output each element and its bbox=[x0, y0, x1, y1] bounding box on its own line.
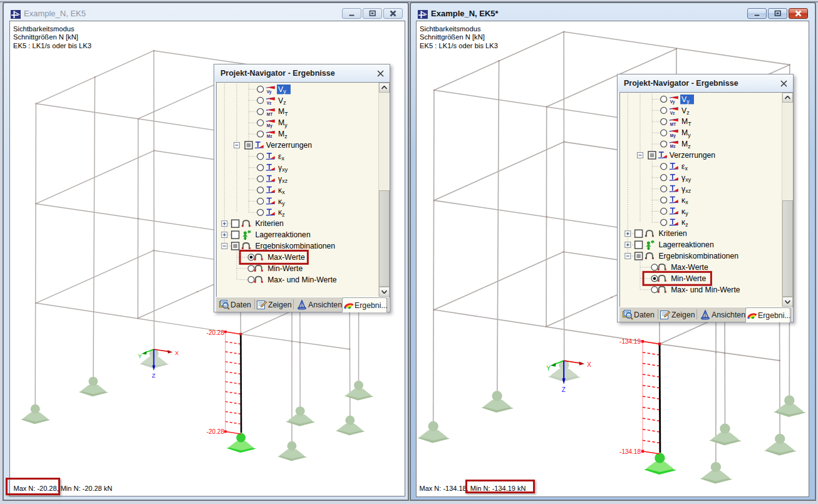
svg-text:-20.28: -20.28 bbox=[206, 329, 224, 336]
svg-text:Kriterien: Kriterien bbox=[255, 219, 284, 228]
svg-text:MT: MT bbox=[681, 117, 691, 126]
svg-text:Verzerrungen: Verzerrungen bbox=[669, 151, 715, 160]
svg-text:κy: κy bbox=[278, 197, 285, 207]
svg-text:-20.28: -20.28 bbox=[206, 428, 224, 435]
svg-text:Lagerreaktionen: Lagerreaktionen bbox=[658, 240, 713, 249]
svg-text:My: My bbox=[278, 118, 287, 128]
svg-text:Mz: Mz bbox=[278, 130, 287, 139]
svg-text:Max-Werte: Max-Werte bbox=[267, 253, 305, 262]
svg-text:Mz: Mz bbox=[266, 134, 272, 138]
svg-text:Min-Werte: Min-Werte bbox=[671, 274, 706, 283]
svg-text:My: My bbox=[670, 133, 675, 138]
svg-text:κz: κz bbox=[681, 218, 688, 227]
svg-text:Max- und Min-Werte: Max- und Min-Werte bbox=[267, 275, 337, 284]
svg-text:κy: κy bbox=[681, 207, 688, 217]
svg-text:εx: εx bbox=[278, 152, 284, 162]
svg-text:γxy: γxy bbox=[681, 173, 691, 183]
svg-text:Min-Werte: Min-Werte bbox=[267, 264, 303, 273]
svg-text:Vy: Vy bbox=[670, 100, 675, 105]
svg-text:Mz: Mz bbox=[681, 140, 691, 149]
svg-text:Vz: Vz bbox=[278, 96, 286, 106]
svg-text:MT: MT bbox=[266, 112, 272, 116]
svg-text:Vz: Vz bbox=[681, 106, 690, 116]
svg-text:κx: κx bbox=[278, 186, 285, 195]
svg-text:εx: εx bbox=[681, 162, 688, 172]
svg-text:MT: MT bbox=[670, 122, 675, 126]
svg-text:γxz: γxz bbox=[681, 185, 691, 194]
svg-text:Vz: Vz bbox=[670, 111, 675, 115]
svg-text:My: My bbox=[266, 123, 272, 128]
svg-text:Kriterien: Kriterien bbox=[658, 229, 687, 238]
svg-text:Ergebniskombinationen: Ergebniskombinationen bbox=[658, 252, 738, 260]
svg-text:-134.18: -134.18 bbox=[619, 448, 641, 455]
svg-text:Ergebniskombinationen: Ergebniskombinationen bbox=[255, 242, 335, 250]
svg-text:Lagerreaktionen: Lagerreaktionen bbox=[255, 230, 310, 239]
svg-text:Verzerrungen: Verzerrungen bbox=[266, 141, 311, 150]
svg-text:MT: MT bbox=[278, 107, 288, 116]
svg-text:γxy: γxy bbox=[278, 163, 288, 173]
svg-text:Vy: Vy bbox=[266, 90, 271, 95]
svg-text:Max-Werte: Max-Werte bbox=[671, 263, 708, 272]
svg-text:My: My bbox=[681, 128, 691, 138]
svg-text:γxz: γxz bbox=[278, 175, 288, 184]
svg-text:κz: κz bbox=[278, 208, 285, 217]
svg-text:Max- und Min-Werte: Max- und Min-Werte bbox=[671, 285, 740, 294]
svg-text:Vz: Vz bbox=[266, 101, 271, 105]
svg-text:-134.19: -134.19 bbox=[619, 338, 641, 345]
svg-text:κx: κx bbox=[681, 196, 688, 205]
svg-text:Mz: Mz bbox=[670, 144, 675, 148]
